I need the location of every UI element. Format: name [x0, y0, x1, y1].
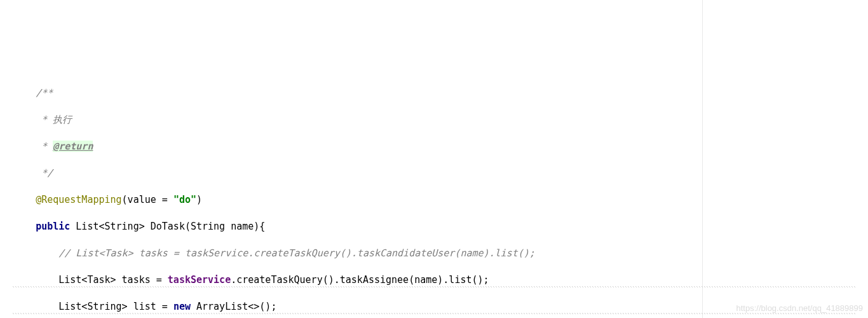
method-sig: List<String> DoTask(String name){ [70, 221, 265, 232]
watermark: https://blog.csdn.net/qq_41889899 [736, 303, 864, 314]
arraylist: ArrayList<>(); [191, 301, 276, 312]
javadoc-end: */ [36, 167, 53, 179]
paren-close: ) [196, 194, 202, 205]
code-line: @RequestMapping(value = "do") [13, 193, 855, 207]
paren: (value = [122, 194, 173, 205]
keyword-public: public [36, 221, 70, 232]
string-do: "do" [173, 194, 196, 205]
comment-commented-code: // List<Task> tasks = taskService.create… [58, 247, 535, 259]
code-line: public List<String> DoTask(String name){ [13, 220, 855, 233]
code-line: List<Task> tasks = taskService.createTas… [13, 273, 855, 287]
code-line: */ [13, 167, 855, 180]
code-line: /** [13, 86, 855, 100]
javadoc-start: /** [36, 87, 53, 99]
keyword-new: new [173, 301, 191, 312]
var-decl: List<String> list = [58, 301, 173, 312]
javadoc-desc: * 执行 [36, 114, 72, 125]
var-decl: List<Task> tasks = [58, 274, 168, 286]
method-chain: .createTaskQuery().taskAssignee(name).li… [231, 274, 489, 286]
code-line: * @return [13, 140, 855, 153]
annotation-requestmapping: @RequestMapping [36, 194, 121, 205]
javadoc-return-tag: @return [53, 141, 93, 152]
code-line: * 执行 [13, 113, 855, 127]
field-taskservice: taskService [168, 274, 231, 286]
code-line: // List<Task> tasks = taskService.create… [13, 247, 855, 260]
javadoc-prefix: * [36, 141, 53, 152]
code-line: List<String> list = new ArrayList<>(); [13, 300, 855, 314]
